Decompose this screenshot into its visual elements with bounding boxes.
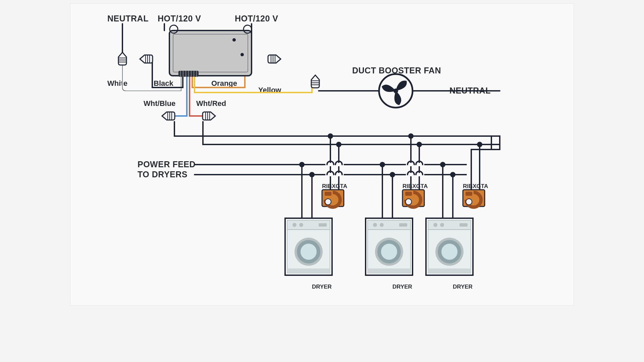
dryer-3: [426, 218, 473, 275]
sensor-3: [463, 190, 485, 207]
fan-icon: [379, 74, 413, 108]
dryer-1: [285, 218, 332, 275]
diagram-svg: [70, 4, 574, 305]
dryer-2: [366, 218, 413, 275]
wiring-diagram: NEUTRAL HOT/120 V HOT/120 V White Black …: [70, 3, 574, 306]
svg-point-35: [478, 142, 482, 146]
svg-point-24: [328, 134, 332, 138]
svg-point-28: [409, 134, 413, 138]
sensor-2: [402, 190, 424, 207]
svg-point-26: [337, 142, 341, 146]
sensor-1: [322, 190, 344, 207]
svg-point-56: [232, 38, 236, 42]
svg-point-30: [417, 142, 421, 146]
svg-rect-54: [169, 31, 252, 76]
svg-point-57: [240, 53, 244, 56]
relay-box: [169, 25, 252, 77]
